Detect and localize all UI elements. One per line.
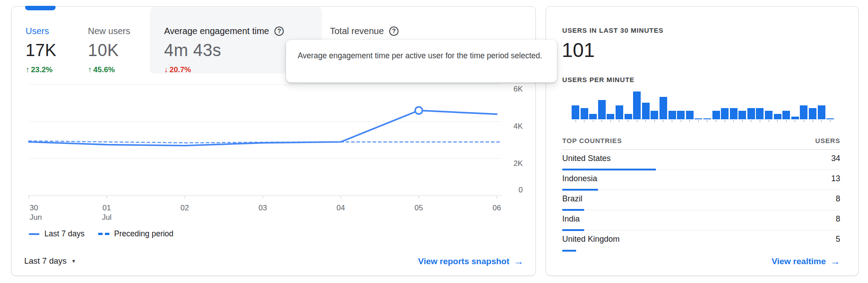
minute-bar xyxy=(721,108,729,119)
help-icon[interactable]: ? xyxy=(274,26,284,36)
bar-axis-tick xyxy=(818,120,825,122)
minute-bar xyxy=(651,111,658,119)
users-line-chart xyxy=(28,78,503,209)
tooltip-text: Average engagement time per active user … xyxy=(298,51,542,60)
minute-bar xyxy=(581,108,588,119)
tab-avg-engagement-time[interactable]: Average engagement time ? 4m 43s ↓20.7% xyxy=(164,26,284,74)
bar-axis-tick xyxy=(572,120,579,122)
minute-bar xyxy=(598,100,606,119)
country-row: United Kingdom5 xyxy=(562,231,840,251)
view-reports-snapshot-link[interactable]: View reports snapshot → xyxy=(418,256,524,267)
minute-bar xyxy=(730,108,738,119)
dashed-line-swatch-icon xyxy=(98,233,109,235)
minute-bar xyxy=(818,105,825,119)
minute-bar xyxy=(774,114,781,119)
legend-last-7-days[interactable]: Last 7 days xyxy=(44,229,85,239)
bar-axis-tick xyxy=(782,120,790,122)
last-7-days-line xyxy=(29,110,497,145)
view-realtime-link[interactable]: View realtime → xyxy=(772,256,840,267)
bar-axis-tick xyxy=(756,120,764,122)
minute-bar xyxy=(633,91,641,119)
bar-axis-tick xyxy=(633,120,641,122)
legend-preceding-period[interactable]: Preceding period xyxy=(114,229,174,239)
bar-axis-tick xyxy=(712,120,720,122)
users-column-header: USERS xyxy=(815,137,840,144)
minute-bar xyxy=(694,118,702,119)
bar-axis-tick xyxy=(826,120,834,122)
avg-engagement-value: 4m 43s xyxy=(164,40,284,61)
y-tick-label: 0 xyxy=(503,186,523,195)
country-row: Brazil8 xyxy=(562,190,840,210)
country-row: Indonesia13 xyxy=(562,170,840,190)
highlighted-data-point[interactable] xyxy=(415,107,422,114)
date-range-label: Last 7 days xyxy=(24,256,67,266)
date-range-selector[interactable]: Last 7 days ▼ xyxy=(24,256,76,266)
minute-bar xyxy=(625,114,632,119)
minute-bar xyxy=(738,111,746,119)
minute-bar xyxy=(589,114,597,119)
users-per-minute-bar-chart xyxy=(572,90,834,119)
avg-engagement-delta: ↓20.7% xyxy=(164,65,284,74)
country-name: United States xyxy=(562,154,611,163)
bar-axis-tick xyxy=(651,120,658,122)
bar-axis-tick xyxy=(616,120,623,122)
bar-axis-tick xyxy=(625,120,632,122)
tab-total-revenue[interactable]: Total revenue ? xyxy=(330,26,399,36)
new-users-delta: ↑45.6% xyxy=(88,65,130,74)
bar-axis-tick xyxy=(694,120,702,122)
minute-bar xyxy=(572,105,579,119)
bar-axis-tick xyxy=(747,120,755,122)
bar-axis-tick xyxy=(730,120,738,122)
down-arrow-icon: ↓ xyxy=(164,65,168,74)
users-value: 17K xyxy=(26,40,56,61)
minute-bar xyxy=(703,118,711,119)
solid-line-swatch-icon xyxy=(29,233,39,235)
right-arrow-icon: → xyxy=(830,256,840,267)
bar-axis-tick xyxy=(765,120,773,122)
tab-avg-engagement-label: Average engagement time xyxy=(164,26,269,36)
country-users-count: 8 xyxy=(836,214,840,224)
minute-bar xyxy=(800,105,807,119)
bar-axis-tick xyxy=(598,120,606,122)
country-share-bar xyxy=(562,250,576,252)
right-arrow-icon: → xyxy=(514,256,524,267)
country-name: Indonesia xyxy=(562,174,597,183)
country-name: United Kingdom xyxy=(562,235,620,244)
users-per-minute-axis-ticks xyxy=(572,120,834,122)
bar-axis-tick xyxy=(703,120,711,122)
help-icon[interactable]: ? xyxy=(389,26,399,36)
minute-bar xyxy=(756,108,764,119)
bar-axis-tick xyxy=(668,120,676,122)
country-users-count: 34 xyxy=(831,154,840,163)
tab-new-users-label: New users xyxy=(88,26,130,36)
minute-bar xyxy=(660,97,667,119)
tab-users[interactable]: Users 17K ↑23.2% xyxy=(26,26,56,74)
bar-axis-tick xyxy=(581,120,588,122)
y-tick-label: 6K xyxy=(503,85,523,94)
bar-axis-tick xyxy=(686,120,694,122)
users-last-30-min-label: USERS IN LAST 30 MINUTES xyxy=(562,26,664,34)
minute-bar xyxy=(747,108,755,119)
new-users-value: 10K xyxy=(88,40,130,61)
bar-axis-tick xyxy=(809,120,816,122)
up-arrow-icon: ↑ xyxy=(88,65,92,74)
minute-bar xyxy=(809,108,816,119)
users-last-30-min-value: 101 xyxy=(562,39,595,61)
users-per-minute-label: USERS PER MINUTE xyxy=(562,76,634,83)
minute-bar xyxy=(791,117,799,119)
users-delta: ↑23.2% xyxy=(26,65,56,74)
help-tooltip: Average engagement time per active user … xyxy=(286,40,557,83)
bar-axis-tick xyxy=(677,120,685,122)
minute-bar xyxy=(607,114,614,119)
minute-bar xyxy=(642,103,650,119)
tab-new-users[interactable]: New users 10K ↑45.6% xyxy=(88,26,130,74)
bar-axis-tick xyxy=(774,120,781,122)
bar-axis-tick xyxy=(607,120,614,122)
up-arrow-icon: ↑ xyxy=(26,65,30,74)
chart-legend: Last 7 days Preceding period xyxy=(29,229,174,239)
selected-tab-indicator xyxy=(25,6,56,10)
top-countries-table: United States34Indonesia13Brazil8India8U… xyxy=(562,150,840,251)
top-countries-header: TOP COUNTRIES xyxy=(562,137,622,144)
bar-axis-tick xyxy=(800,120,807,122)
bar-axis-tick xyxy=(738,120,746,122)
